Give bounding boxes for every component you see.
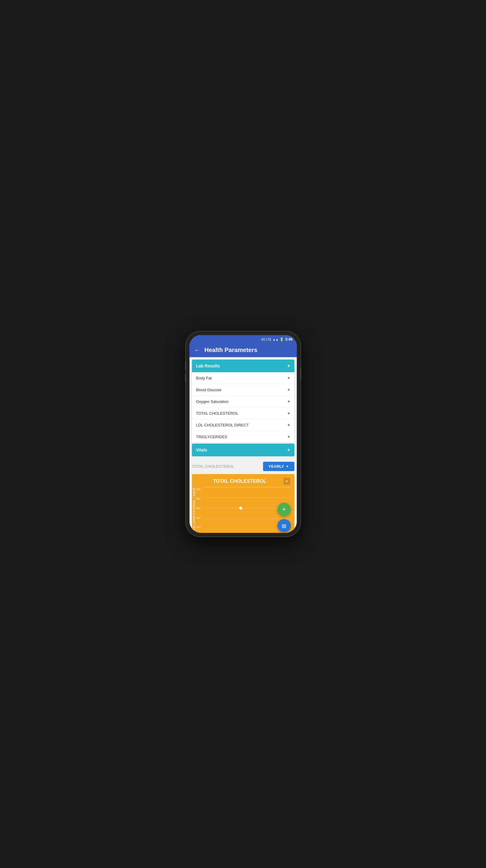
list-item-add-icon[interactable]: + <box>287 399 290 404</box>
fab-container: + ▤ <box>278 503 291 532</box>
page-title: Health Parameters <box>204 347 258 353</box>
chart-filter-bar: TOTAL CHOLESTEROL YEARLY ▼ <box>190 459 297 474</box>
signal-icon: ▲▲ <box>273 338 279 341</box>
report-fab-icon: ▤ <box>282 523 286 529</box>
add-fab-button[interactable]: + <box>278 503 291 516</box>
grid-line-250 <box>204 498 291 498</box>
list-item-add-icon[interactable]: + <box>287 423 290 427</box>
y-label-150: 150 <box>196 516 202 519</box>
yearly-button[interactable]: YEARLY ▼ <box>263 462 294 471</box>
vitals-title: Vitals <box>196 447 207 453</box>
lab-results-header[interactable]: Lab Results + <box>192 360 294 372</box>
chart-filter-label: TOTAL CHOLESTEROL <box>192 464 234 469</box>
phone-screen: 4G LTE ▲▲ 🔋 3:49 ← Health Parameters Lab… <box>190 335 297 533</box>
lab-results-section: Lab Results + Body Fat + Blood Glucose +… <box>192 360 294 442</box>
battery-icon: 🔋 <box>280 338 284 341</box>
vitals-add-icon[interactable]: + <box>287 447 290 453</box>
lab-results-title: Lab Results <box>196 364 220 368</box>
add-fab-icon: + <box>282 505 286 513</box>
list-item[interactable]: Body Fat + <box>192 372 294 384</box>
network-label: 4G LTE <box>261 338 271 341</box>
list-item-label: TRIGLYCERIDES <box>196 435 227 439</box>
lab-results-add-icon[interactable]: + <box>287 363 290 369</box>
status-bar-content: 4G LTE ▲▲ 🔋 3:49 <box>261 337 293 341</box>
list-item-label: Oxygen Saturation <box>196 399 229 404</box>
chart-card: TOTAL CHOLESTEROL ≡ TOTAL CHOLESTEROL - … <box>192 474 294 533</box>
power-button <box>300 368 301 380</box>
y-label-100: 100 <box>196 526 202 529</box>
vol-up-button <box>185 362 186 371</box>
list-item-add-icon[interactable]: + <box>287 434 290 439</box>
y-axis-label: TOTAL CHOLESTEROL - mg/dl <box>192 487 196 533</box>
y-label-250: 250 <box>196 497 202 500</box>
list-item[interactable]: LDL CHOLESTEROL DIRECT + <box>192 419 294 431</box>
yearly-label: YEARLY <box>268 464 284 469</box>
y-label-200: 200 <box>196 507 202 510</box>
grid-line-300 <box>204 487 291 487</box>
chart-card-header: TOTAL CHOLESTEROL ≡ <box>192 474 294 487</box>
y-axis-labels: 300 250 200 150 100 <box>196 487 202 529</box>
vitals-header[interactable]: Vitals + <box>192 444 294 456</box>
list-item[interactable]: TRIGLYCERIDES + <box>192 431 294 442</box>
y-label-300: 300 <box>196 488 202 491</box>
report-fab-button[interactable]: ▤ <box>278 519 291 532</box>
list-item-add-icon[interactable]: + <box>287 387 290 392</box>
vol-down-button <box>185 374 186 383</box>
chart-card-title: TOTAL CHOLESTEROL <box>196 478 284 484</box>
list-item-label: LDL CHOLESTEROL DIRECT <box>196 423 249 427</box>
list-item[interactable]: Blood Glucose + <box>192 384 294 396</box>
list-item-label: Blood Glucose <box>196 388 222 392</box>
back-button[interactable]: ← <box>194 347 200 353</box>
vitals-section: Vitals + <box>192 444 294 456</box>
time-label: 3:49 <box>285 337 292 341</box>
list-item-label: Body Fat <box>196 376 212 380</box>
data-point <box>239 507 242 510</box>
list-item[interactable]: Oxygen Saturation + <box>192 396 294 407</box>
chart-menu-icon[interactable]: ≡ <box>284 478 290 485</box>
list-item-add-icon[interactable]: + <box>287 411 290 415</box>
status-bar: 4G LTE ▲▲ 🔋 3:49 <box>190 335 297 344</box>
content-area: Lab Results + Body Fat + Blood Glucose +… <box>190 357 297 533</box>
list-item-add-icon[interactable]: + <box>287 375 290 380</box>
phone-frame: 4G LTE ▲▲ 🔋 3:49 ← Health Parameters Lab… <box>186 332 300 536</box>
list-item[interactable]: TOTAL CHOLESTEROL + <box>192 407 294 419</box>
list-item-label: TOTAL CHOLESTEROL <box>196 411 239 415</box>
chart-inner: 300 250 200 150 100 <box>196 487 291 533</box>
app-header: ← Health Parameters <box>190 344 297 357</box>
chevron-down-icon: ▼ <box>286 465 289 468</box>
